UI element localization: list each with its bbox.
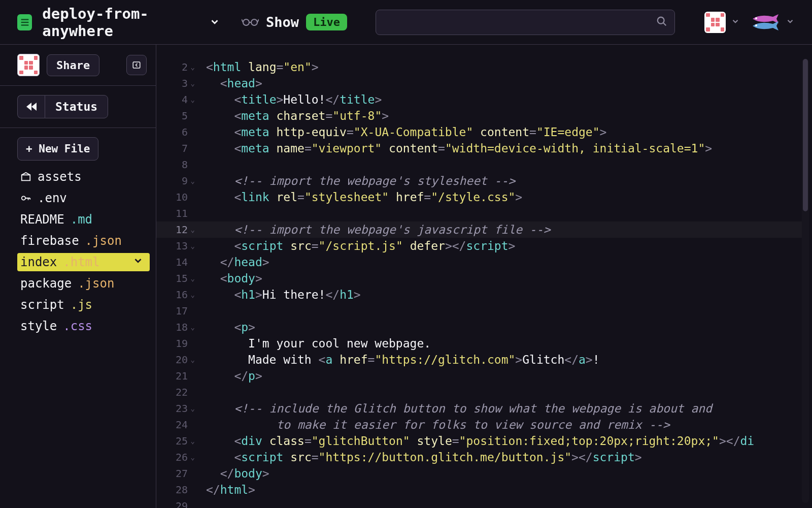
- file-ext: .json: [78, 276, 114, 291]
- gutter-line[interactable]: 22: [156, 384, 192, 400]
- code-line[interactable]: <div class="glitchButton" style="positio…: [206, 433, 802, 449]
- file-item-README-md[interactable]: README.md: [17, 210, 150, 229]
- code-line[interactable]: [206, 384, 802, 400]
- svg-marker-11: [31, 103, 37, 111]
- gutter-line[interactable]: 25: [156, 433, 192, 449]
- file-item-index-html[interactable]: index.html: [17, 253, 150, 271]
- code-line[interactable]: <p>: [206, 319, 802, 335]
- chevron-down-icon: [731, 17, 740, 28]
- code-line[interactable]: <head>: [206, 75, 802, 91]
- glitch-fish-dropdown[interactable]: [750, 12, 795, 33]
- gutter-line[interactable]: 24: [156, 417, 192, 433]
- sunglasses-icon[interactable]: [242, 15, 259, 29]
- code-line[interactable]: <meta charset="utf-8">: [206, 108, 802, 124]
- code-line[interactable]: [206, 205, 802, 221]
- chevron-down-icon: [132, 255, 144, 269]
- live-badge[interactable]: Live: [306, 14, 347, 30]
- file-name: firebase: [20, 234, 79, 248]
- gutter-line[interactable]: 19: [156, 335, 192, 352]
- user-avatar-dropdown[interactable]: [704, 12, 740, 33]
- svg-line-6: [663, 22, 666, 25]
- gutter-line[interactable]: 29: [156, 498, 192, 508]
- code-line[interactable]: [206, 156, 802, 173]
- gutter-line[interactable]: 28: [156, 482, 192, 498]
- code-line[interactable]: <script src="/script.js" defer></script>: [206, 238, 802, 254]
- code-line[interactable]: <script src="https://button.glitch.me/bu…: [206, 449, 802, 465]
- editor-code[interactable]: <html lang="en"> <head> <title>Hello!</t…: [192, 45, 802, 508]
- file-item-firebase-json[interactable]: firebase.json: [17, 232, 150, 250]
- file-item-assets[interactable]: assets: [17, 168, 150, 186]
- code-line[interactable]: <body>: [206, 270, 802, 287]
- collapse-sidebar-button[interactable]: [126, 55, 147, 75]
- svg-rect-9: [133, 62, 140, 68]
- file-name: style: [20, 319, 57, 333]
- code-line[interactable]: [206, 498, 802, 508]
- code-line[interactable]: I'm your cool new webpage.: [206, 335, 802, 352]
- gutter-line[interactable]: 6: [156, 124, 192, 140]
- code-line[interactable]: to make it easier for folks to view sour…: [206, 417, 802, 433]
- new-file-wrap: + New File: [17, 137, 150, 161]
- gutter-line[interactable]: 15: [156, 270, 192, 287]
- code-line[interactable]: <meta name="viewport" content="width=dev…: [206, 140, 802, 156]
- search-input[interactable]: [383, 16, 656, 28]
- gutter-line[interactable]: 26: [156, 449, 192, 465]
- code-line[interactable]: <link rel="stylesheet" href="/style.css"…: [206, 189, 802, 205]
- search-input-container: [376, 10, 675, 35]
- gutter-line[interactable]: 17: [156, 303, 192, 319]
- code-line[interactable]: <h1>Hi there!</h1>: [206, 287, 802, 303]
- file-name: assets: [38, 170, 82, 184]
- gutter-line[interactable]: 12: [156, 221, 192, 238]
- project-avatar[interactable]: [17, 54, 40, 76]
- file-ext: .json: [85, 234, 122, 248]
- gutter-line[interactable]: 3: [156, 75, 192, 91]
- gutter-line[interactable]: 27: [156, 465, 192, 482]
- code-line[interactable]: [206, 303, 802, 319]
- project-name-dropdown[interactable]: deploy-from-anywhere: [42, 5, 220, 40]
- code-line[interactable]: <!-- include the Glitch button to show w…: [206, 400, 802, 417]
- file-item-package-json[interactable]: package.json: [17, 274, 150, 293]
- show-button[interactable]: Show: [266, 14, 299, 30]
- rewind-button[interactable]: [17, 95, 45, 118]
- gutter-line[interactable]: 9: [156, 173, 192, 189]
- code-line[interactable]: </p>: [206, 368, 802, 384]
- code-line[interactable]: </html>: [206, 482, 802, 498]
- gutter-line[interactable]: 18: [156, 319, 192, 335]
- glitch-logo-icon[interactable]: [17, 14, 32, 30]
- status-button-group: Status: [17, 95, 108, 118]
- file-name: package: [20, 276, 72, 291]
- file-item-script-js[interactable]: script.js: [17, 296, 150, 314]
- gutter-line[interactable]: 13: [156, 238, 192, 254]
- file-item--env[interactable]: .env: [17, 189, 150, 207]
- code-line[interactable]: Made with <a href="https://glitch.com">G…: [206, 352, 802, 368]
- svg-point-3: [243, 19, 249, 25]
- gutter-line[interactable]: 5: [156, 108, 192, 124]
- gutter-line[interactable]: 16: [156, 287, 192, 303]
- scroll-thumb[interactable]: [803, 59, 808, 211]
- search-icon[interactable]: [656, 16, 667, 29]
- gutter-line[interactable]: 10: [156, 189, 192, 205]
- scrollbar[interactable]: [802, 59, 809, 503]
- code-line[interactable]: <!-- import the webpage's stylesheet -->: [206, 173, 802, 189]
- file-item-style-css[interactable]: style.css: [17, 317, 150, 335]
- gutter-line[interactable]: 14: [156, 254, 192, 270]
- code-line[interactable]: <title>Hello!</title>: [206, 91, 802, 108]
- file-list: assets.envREADME.mdfirebase.jsonindex.ht…: [17, 168, 150, 335]
- gutter-line[interactable]: 2: [156, 59, 192, 75]
- gutter-line[interactable]: 8: [156, 156, 192, 173]
- gutter-line[interactable]: 21: [156, 368, 192, 384]
- key-icon: [20, 193, 31, 204]
- status-button[interactable]: Status: [45, 95, 108, 118]
- code-line[interactable]: <meta http-equiv="X-UA-Compatible" conte…: [206, 124, 802, 140]
- code-line[interactable]: </head>: [206, 254, 802, 270]
- gutter-line[interactable]: 4: [156, 91, 192, 108]
- gutter-line[interactable]: 11: [156, 205, 192, 221]
- new-file-button[interactable]: + New File: [17, 137, 98, 161]
- sidebar-status: Status: [0, 86, 156, 128]
- share-button[interactable]: Share: [47, 54, 99, 76]
- gutter-line[interactable]: 23: [156, 400, 192, 417]
- code-line[interactable]: </body>: [206, 465, 802, 482]
- code-line[interactable]: <html lang="en">: [206, 59, 802, 75]
- code-line[interactable]: <!-- import the webpage's javascript fil…: [192, 221, 802, 238]
- gutter-line[interactable]: 7: [156, 140, 192, 156]
- gutter-line[interactable]: 20: [156, 352, 192, 368]
